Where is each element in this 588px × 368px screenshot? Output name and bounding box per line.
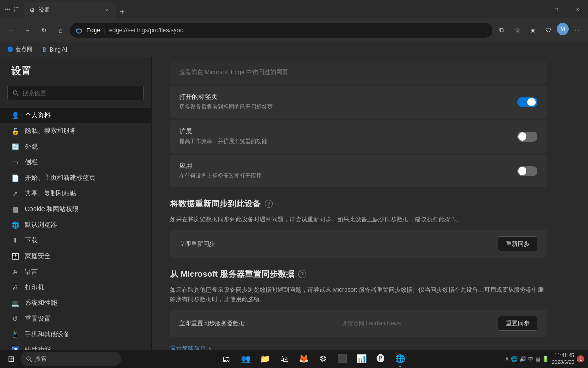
svg-point-4 — [13, 91, 17, 94]
start-button[interactable]: ⊞ — [4, 351, 18, 366]
taskbar-settings-app[interactable]: ⚙ — [314, 350, 332, 368]
browser-essentials-button[interactable]: 🛡 — [541, 23, 556, 38]
sidebar-item-profile[interactable]: 👤 个人资料 — [0, 108, 151, 123]
taskbar-terminal[interactable]: ⬛ — [333, 350, 351, 368]
sidebar-item-system[interactable]: 💻 系统和性能 — [0, 295, 151, 311]
new-tab-button[interactable]: + — [116, 6, 129, 18]
extensions-title: 扩展 — [179, 127, 267, 136]
taskbar-teams[interactable]: 👥 — [237, 350, 255, 368]
taskbar-clock[interactable]: 11:41:45 2023/6/25 — [552, 352, 574, 366]
split-screen-button[interactable]: ⧉ — [494, 23, 509, 38]
setting-row-extensions: 扩展 提高工作效率，并扩展浏览器的功能 — [170, 120, 547, 153]
system-nav-icon: 💻 — [11, 299, 19, 307]
chevron-up-icon: ∧ — [208, 345, 212, 350]
cookies-nav-icon: ▦ — [11, 205, 19, 213]
taskbar-explorer2[interactable]: 📁 — [256, 350, 274, 368]
apps-toggle[interactable] — [517, 166, 537, 176]
address-bar[interactable]: Edge | edge://settings/profiles/sync — [70, 23, 492, 38]
sidebar-item-cookies-label: Cookie 和网站权限 — [25, 205, 79, 213]
sidebar-item-downloads[interactable]: ⬇ 下载 — [0, 233, 151, 248]
bookmark-bluespot[interactable]: 🔵 蓝点网 — [4, 45, 36, 54]
sidebar-item-system-label: 系统和性能 — [25, 299, 57, 307]
sidebar-item-start-page[interactable]: 📄 开始、主页和新建标签页 — [0, 170, 151, 186]
sound-icon[interactable]: 🔊 — [520, 356, 526, 362]
close-button[interactable]: ✕ — [567, 0, 588, 18]
forward-button[interactable]: → — [20, 23, 35, 38]
sidebar-item-language-label: 语言 — [25, 268, 38, 276]
sidebar-item-sidebar[interactable]: ▭ 侧栏 — [0, 155, 151, 170]
sidebar-item-reset[interactable]: ↺ 重置设置 — [0, 311, 151, 327]
chevron-up-sys-icon[interactable]: ∧ — [505, 356, 509, 362]
taskbar-dev-tools[interactable]: 📊 — [352, 350, 371, 368]
battery-icon[interactable]: 🔋 — [542, 356, 549, 362]
minimize-button[interactable]: — — [525, 0, 546, 18]
reset-nav-icon: ↺ — [11, 315, 19, 323]
taskbar-search[interactable]: 搜索 — [20, 352, 121, 366]
taskbar-right: ∧ 🌐 🔊 中 ▦ 🔋 11:41:45 2023/6/25 1 — [505, 352, 584, 366]
sidebar-item-profile-label: 个人资料 — [25, 111, 51, 120]
toolbar: ← → ↻ ⌂ Edge | edge://settings/profiles/… — [0, 18, 588, 42]
network-icon[interactable]: 🌐 — [511, 356, 518, 362]
extensions-desc: 提高工作效率，并扩展浏览器的功能 — [179, 138, 267, 145]
resync-button[interactable]: 重新同步 — [498, 236, 537, 251]
settings-more-button[interactable]: ··· — [570, 23, 584, 38]
maximize-button[interactable]: □ — [546, 0, 567, 18]
active-tab[interactable]: ⚙ 设置 ✕ — [24, 2, 116, 18]
bookmarks-bar: 🔵 蓝点网 B Bing AI — [0, 42, 588, 57]
partial-top-row: 查看你在 Microsoft Edge 中访问过的网页 — [170, 61, 547, 84]
sidebar-item-share[interactable]: ↗ 共享、复制和粘贴 — [0, 186, 151, 201]
display-icon[interactable]: ▦ — [535, 356, 540, 362]
apps-title: 应用 — [179, 162, 262, 170]
home-button[interactable]: ⌂ — [53, 23, 68, 38]
sidebar-title: 设置 — [0, 64, 151, 86]
open-tabs-toggle[interactable] — [517, 97, 537, 107]
sidebar-item-default-browser-label: 默认浏览器 — [25, 221, 57, 229]
taskbar-edge[interactable]: 🌐 — [391, 350, 409, 368]
sidebar-item-default-browser[interactable]: 🌐 默认浏览器 — [0, 217, 151, 233]
resync-help-icon[interactable]: ? — [265, 200, 273, 208]
sidebar-item-privacy[interactable]: 🔒 隐私、搜索和服务 — [0, 123, 151, 139]
taskbar-pocket[interactable]: 🅟 — [372, 350, 390, 368]
bluespot-icon: 🔵 — [7, 46, 14, 53]
extensions-toggle-thumb — [518, 132, 526, 141]
bookmark-bing-ai[interactable]: B Bing AI — [38, 46, 71, 54]
sidebar-item-family-safety[interactable]: 👨‍👩‍👧 家庭安全 — [0, 248, 151, 264]
tab-title: 设置 — [39, 6, 99, 14]
back-button[interactable]: ← — [4, 23, 18, 38]
sidebar-item-language[interactable]: A 语言 — [0, 264, 151, 280]
taskbar-sys-icons: ∧ 🌐 🔊 中 ▦ 🔋 — [505, 356, 549, 362]
title-bar: ⬚ ⚙ 设置 ✕ + — □ ✕ — [0, 0, 588, 18]
sidebar-item-sidebar-label: 侧栏 — [25, 158, 38, 167]
search-input[interactable] — [23, 90, 139, 97]
show-info-link[interactable]: 显示简略信息 ∧ — [170, 345, 547, 350]
sidebar-item-mobile[interactable]: 📱 手机和其他设备 — [0, 327, 151, 342]
ime-icon-zh[interactable]: 中 — [528, 356, 533, 362]
refresh-button[interactable]: ↻ — [37, 23, 51, 38]
sidebar-item-accessibility[interactable]: ♿ 辅助功能 — [0, 342, 151, 350]
tab-grid-button[interactable]: ⬚ — [13, 6, 20, 13]
reset-server-action-label: 立即重置同步服务器数据 — [179, 319, 245, 328]
taskbar-app-icons: 🗂 👥 📁 🛍 🦊 ⚙ ⬛ 📊 🅟 🌐 — [123, 350, 503, 368]
collections-button[interactable]: ★ — [526, 23, 540, 38]
sidebar-item-printer[interactable]: 🖨 打印机 — [0, 280, 151, 295]
settings-search-box[interactable] — [7, 86, 144, 100]
sidebar-item-family-safety-label: 家庭安全 — [25, 252, 51, 260]
reset-server-button[interactable]: 重置同步 — [498, 316, 537, 331]
favorites-button[interactable]: ☆ — [510, 23, 525, 38]
sidebar-item-appearance[interactable]: 🔄 外观 — [0, 139, 151, 155]
taskbar-firefox[interactable]: 🦊 — [294, 350, 313, 368]
notification-badge[interactable]: 1 — [577, 355, 584, 362]
profile-avatar[interactable]: M — [557, 23, 569, 35]
browser-menu-button[interactable] — [4, 6, 11, 13]
reset-server-action-box: 立即重置同步服务器数据 @蓝点网 Landian.News 重置同步 — [170, 310, 547, 337]
window-controls: — □ ✕ — [525, 0, 588, 18]
tab-close-button[interactable]: ✕ — [103, 6, 110, 14]
apps-content: 应用 在任何设备上轻松安装和打开应用 — [179, 162, 262, 180]
sidebar-item-cookies[interactable]: ▦ Cookie 和网站权限 — [0, 201, 151, 217]
taskbar-file-explorer[interactable]: 🗂 — [217, 350, 236, 368]
resync-title: 将数据重新同步到此设备 — [170, 198, 261, 209]
reset-server-help-icon[interactable]: ? — [298, 270, 306, 278]
setting-row-apps: 应用 在任何设备上轻松安装和打开应用 — [170, 155, 547, 187]
extensions-toggle[interactable] — [517, 132, 537, 142]
taskbar-store[interactable]: 🛍 — [275, 350, 294, 368]
